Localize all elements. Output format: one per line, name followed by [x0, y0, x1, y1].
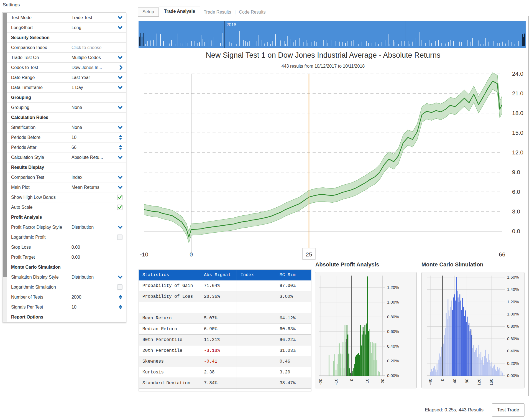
setting-label: Stratification — [11, 125, 71, 130]
setting-row-calculation-style[interactable]: Calculation StyleAbsolute Retu... — [7, 152, 126, 162]
y-axis-label: 24.0 — [512, 70, 523, 77]
timeline-signal-tick — [284, 41, 285, 46]
setting-row-grouping[interactable]: GroupingNone — [7, 103, 126, 113]
y-axis-label: 0.40% — [507, 348, 519, 353]
timeline-signal-tick — [280, 40, 281, 46]
setting-row-stop-loss[interactable]: Stop Loss0.00 — [7, 242, 126, 252]
setting-row-auto-scale[interactable]: Auto Scale — [7, 202, 126, 212]
setting-row-data-timeframe[interactable]: Data Timeframe1 Day — [7, 83, 126, 93]
checkbox[interactable] — [117, 235, 122, 240]
setting-row-codes-to-test[interactable]: Codes to TestDow Jones In... — [7, 63, 126, 73]
histogram-bar — [461, 310, 462, 376]
timeline-signal-tick — [372, 43, 372, 46]
tab-code-results[interactable]: Code Results — [236, 8, 269, 17]
histogram-bar — [457, 291, 457, 376]
stat-value: 2.38 — [200, 367, 237, 378]
timeline-year-separator — [224, 21, 225, 48]
timeline-strip[interactable]: 2018 — [139, 21, 526, 48]
column-header-abs-signal: Abs Signal — [200, 270, 237, 281]
setting-row-logarithmic-profit[interactable]: Logarithmic Profit — [7, 232, 126, 242]
histogram-bar — [492, 362, 492, 376]
setting-row-trade-test-on[interactable]: Trade Test OnMultiple Codes — [7, 53, 126, 63]
elapsed-status: Elapsed: 0.25s, 443 Results — [425, 407, 484, 413]
setting-value: Long — [71, 25, 116, 30]
setting-row-periods-before[interactable]: Periods Before10 — [7, 133, 126, 142]
column-header-mc-sim: MC Sim — [276, 270, 311, 281]
setting-row-main-plot[interactable]: Main PlotMean Returns — [7, 182, 126, 192]
up-down-spinner-icon — [119, 135, 122, 140]
setting-value: Last Year — [71, 75, 116, 80]
setting-row-date-range[interactable]: Date RangeLast Year — [7, 73, 126, 83]
histogram-bar — [440, 357, 441, 376]
setting-value: 0.00 — [71, 245, 116, 250]
chart-title: New Signal Test 1 on Dow Jones Industria… — [206, 51, 441, 59]
histogram-bar — [502, 373, 503, 376]
timeline-signal-tick — [160, 34, 161, 46]
settings-section-grouping: Grouping — [7, 93, 126, 103]
setting-row-profit-factor-display-style[interactable]: Profit Factor Display StyleDistribution — [7, 222, 126, 232]
settings-scrollbar[interactable] — [3, 13, 7, 322]
stats-row-20th-percentile: 20th Percentile-3.18%31.03% — [139, 345, 311, 356]
scrollbar-thumb[interactable] — [3, 13, 7, 277]
histogram-bar — [445, 328, 446, 376]
setting-row-periods-after[interactable]: Periods After66 — [7, 142, 126, 152]
timeline-signal-tick — [178, 34, 178, 46]
timeline-signal-tick — [157, 34, 157, 46]
tab-trade-results[interactable]: Trade Results — [200, 8, 234, 17]
stat-value — [237, 378, 276, 389]
timeline-signal-tick — [401, 41, 402, 46]
timeline-signal-tick — [245, 41, 246, 46]
histogram-bar — [354, 364, 355, 376]
setting-row-profit-target[interactable]: Profit Target0.00 — [7, 252, 126, 262]
stats-row-probability-of-gain: Probability of Gain71.64%97.00% — [139, 281, 311, 291]
histogram-bar — [337, 364, 337, 376]
checkbox[interactable] — [117, 195, 122, 200]
setting-label: Profit Target — [11, 255, 71, 260]
histogram-bar — [487, 362, 488, 376]
stat-value: 3.20 — [276, 367, 311, 378]
histogram-bar — [497, 367, 498, 376]
stat-value — [237, 291, 276, 302]
setting-row-show-high-low-bands[interactable]: Show High Low Bands — [7, 192, 126, 202]
timeline-signal-tick — [438, 40, 439, 46]
tab-setup[interactable]: Setup — [138, 7, 159, 17]
histogram-bar — [461, 301, 461, 376]
setting-row-test-mode[interactable]: Test ModeTrade Test — [7, 13, 126, 23]
timeline-signal-tick — [326, 40, 326, 46]
setting-row-long-short[interactable]: Long/ShortLong — [7, 23, 126, 33]
setting-row-comparison-index[interactable]: Comparison IndexClick to choose — [7, 43, 126, 53]
setting-row-signals-per-test[interactable]: Signals Per Test10 — [7, 302, 126, 312]
setting-row-simulation-display-style[interactable]: Simulation Display StyleDistribution — [7, 272, 126, 282]
timeline-signal-tick — [147, 41, 148, 46]
x-axis-label: 80 — [464, 379, 469, 383]
setting-row-logarithmic-simulation[interactable]: Logarithmic Simulation — [7, 282, 126, 292]
histogram-bar — [433, 368, 434, 376]
timeline-signal-tick — [470, 42, 471, 46]
stats-row-standard-deviation: Standard Deviation7.84%38.47% — [139, 378, 311, 389]
stat-label: Mean Return — [139, 313, 200, 324]
x-axis-label: 66 — [499, 251, 505, 258]
tab-trade-analysis[interactable]: Trade Analysis — [159, 6, 200, 17]
test-trade-button[interactable]: Test Trade — [492, 403, 525, 417]
timeline-signal-tick — [167, 42, 167, 46]
setting-label: Grouping — [11, 95, 122, 100]
histogram-bar — [485, 350, 486, 376]
y-axis-label: 15.0 — [512, 129, 523, 136]
setting-row-comparison-test[interactable]: Comparison TestIndex — [7, 172, 126, 182]
checkbox[interactable] — [117, 205, 122, 210]
setting-label: Signals Per Test — [11, 305, 71, 310]
histogram-bar — [494, 365, 495, 376]
setting-row-number-of-tests[interactable]: Number of Tests2000 — [7, 292, 126, 302]
checkbox[interactable] — [117, 284, 122, 290]
timeline-signal-tick — [239, 31, 240, 46]
stat-value: -3.18% — [200, 345, 237, 356]
timeline-signal-tick — [191, 41, 192, 46]
histogram-bar — [374, 360, 374, 376]
profit-analysis-panel: 0.00%0.20%0.40%0.60%0.80%1.00%1.20%-20-1… — [315, 272, 417, 388]
timeline-signal-tick — [457, 43, 457, 46]
timeline-year-separator — [332, 21, 332, 48]
histogram-bar — [349, 368, 350, 376]
setting-value: 2000 — [71, 295, 116, 300]
setting-row-stratification[interactable]: StratificationNone — [7, 123, 126, 133]
timeline-signal-tick — [270, 44, 271, 46]
